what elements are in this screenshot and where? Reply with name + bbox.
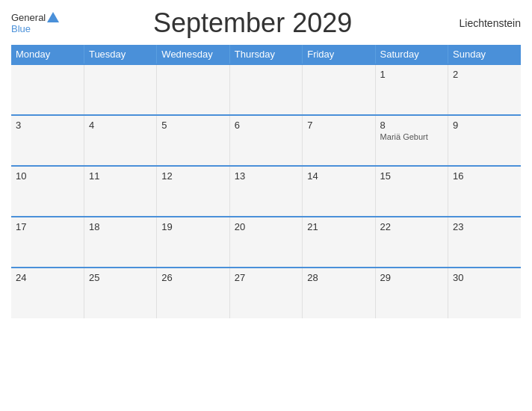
day-cell: 2 bbox=[448, 64, 521, 115]
day-number: 25 bbox=[89, 272, 152, 283]
calendar-header: General Blue September 2029 Liechtenstei… bbox=[11, 7, 521, 39]
day-cell: 11 bbox=[84, 166, 156, 217]
day-cell: 7 bbox=[303, 115, 375, 166]
day-number: 30 bbox=[453, 272, 516, 283]
day-number: 20 bbox=[235, 221, 297, 232]
day-cell: 5 bbox=[157, 115, 229, 166]
day-cell: 29 bbox=[375, 268, 448, 318]
header-wednesday: Wednesday bbox=[157, 45, 229, 64]
day-cell: 1 bbox=[375, 64, 448, 115]
day-number: 19 bbox=[161, 221, 224, 232]
calendar-grid: Monday Tuesday Wednesday Thursday Friday… bbox=[11, 45, 521, 318]
day-cell: 3 bbox=[11, 115, 84, 166]
day-cell: 22 bbox=[375, 217, 448, 268]
day-cell: 24 bbox=[11, 268, 84, 318]
day-cell: 17 bbox=[11, 217, 84, 268]
day-cell: 4 bbox=[84, 115, 156, 166]
day-number: 18 bbox=[89, 221, 152, 232]
day-number: 3 bbox=[16, 120, 79, 131]
day-cell: 10 bbox=[11, 166, 84, 217]
day-number: 28 bbox=[307, 272, 370, 283]
day-cell: 27 bbox=[229, 268, 302, 318]
logo-triangle-icon bbox=[47, 12, 59, 22]
day-cell: 30 bbox=[448, 268, 521, 318]
day-cell: 21 bbox=[303, 217, 375, 268]
logo-general-text: General bbox=[11, 12, 46, 23]
day-number: 11 bbox=[89, 170, 152, 182]
header-saturday: Saturday bbox=[375, 45, 448, 64]
day-cell bbox=[303, 64, 375, 115]
day-cell: 8Mariä Geburt bbox=[375, 115, 448, 166]
day-number: 22 bbox=[380, 221, 443, 232]
day-number: 27 bbox=[235, 272, 297, 283]
country-label: Liechtenstein bbox=[446, 17, 521, 29]
day-cell bbox=[84, 64, 156, 115]
day-number: 24 bbox=[16, 272, 79, 283]
day-number: 1 bbox=[380, 69, 443, 80]
calendar-container: General Blue September 2029 Liechtenstei… bbox=[0, 0, 532, 411]
week-row-2: 345678Mariä Geburt9 bbox=[11, 115, 521, 166]
day-number: 5 bbox=[161, 120, 224, 131]
day-number: 13 bbox=[235, 170, 297, 182]
day-cell: 26 bbox=[157, 268, 229, 318]
day-cell: 6 bbox=[229, 115, 302, 166]
day-number: 29 bbox=[380, 272, 443, 283]
day-cell: 28 bbox=[303, 268, 375, 318]
week-row-4: 17181920212223 bbox=[11, 217, 521, 268]
day-number: 23 bbox=[453, 221, 516, 232]
logo-blue-text: Blue bbox=[11, 23, 31, 34]
day-number: 12 bbox=[161, 170, 224, 182]
week-row-3: 10111213141516 bbox=[11, 166, 521, 217]
header-sunday: Sunday bbox=[448, 45, 521, 64]
header-tuesday: Tuesday bbox=[84, 45, 156, 64]
day-cell: 14 bbox=[303, 166, 375, 217]
day-number: 10 bbox=[16, 170, 79, 182]
day-cell: 20 bbox=[229, 217, 302, 268]
day-number: 6 bbox=[235, 120, 297, 131]
day-number: 8 bbox=[380, 120, 443, 131]
day-number: 2 bbox=[453, 69, 516, 80]
month-title: September 2029 bbox=[59, 7, 446, 39]
day-cell: 25 bbox=[84, 268, 156, 318]
day-number: 21 bbox=[307, 221, 370, 232]
day-cell bbox=[11, 64, 84, 115]
header-monday: Monday bbox=[11, 45, 84, 64]
day-cell: 16 bbox=[448, 166, 521, 217]
day-cell: 15 bbox=[375, 166, 448, 217]
day-cell: 18 bbox=[84, 217, 156, 268]
day-number: 9 bbox=[453, 120, 516, 131]
week-row-5: 24252627282930 bbox=[11, 268, 521, 318]
day-cell: 19 bbox=[157, 217, 229, 268]
day-cell bbox=[229, 64, 302, 115]
day-number: 17 bbox=[16, 221, 79, 232]
day-cell: 9 bbox=[448, 115, 521, 166]
day-number: 14 bbox=[307, 170, 370, 182]
week-row-1: 12 bbox=[11, 64, 521, 115]
header-friday: Friday bbox=[303, 45, 375, 64]
day-number: 7 bbox=[307, 120, 370, 131]
header-thursday: Thursday bbox=[229, 45, 302, 64]
event-label: Mariä Geburt bbox=[380, 132, 443, 141]
days-header-row: Monday Tuesday Wednesday Thursday Friday… bbox=[11, 45, 521, 64]
day-cell bbox=[157, 64, 229, 115]
day-number: 4 bbox=[89, 120, 152, 131]
day-number: 26 bbox=[161, 272, 224, 283]
day-number: 16 bbox=[453, 170, 516, 182]
logo: General Blue bbox=[11, 12, 59, 34]
day-cell: 12 bbox=[157, 166, 229, 217]
day-number: 15 bbox=[380, 170, 443, 182]
day-cell: 13 bbox=[229, 166, 302, 217]
day-cell: 23 bbox=[448, 217, 521, 268]
